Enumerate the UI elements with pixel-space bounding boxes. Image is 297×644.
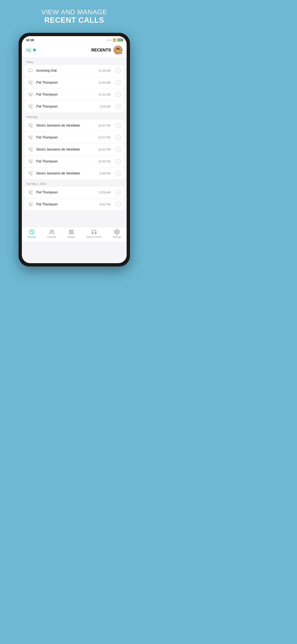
info-button[interactable]: i <box>115 123 121 128</box>
svg-point-20 <box>73 233 73 234</box>
svg-point-11 <box>50 230 52 232</box>
tab-label-2: Keypad <box>67 236 75 238</box>
call-item[interactable]: incoming chat11:45 AMi <box>24 65 124 76</box>
call-time: 9:31 PM <box>100 203 111 206</box>
call-item[interactable]: Simon Janssens de Varebeke9:48 PMi <box>24 168 124 179</box>
tab-label-4: Settings <box>113 236 121 238</box>
call-time: 10:30 PM <box>98 160 111 163</box>
info-button[interactable]: i <box>115 202 121 207</box>
hero-line1: VIEW AND MANAGE <box>41 8 107 16</box>
call-item[interactable]: Pat Thompson11:42 AMi <box>24 89 124 100</box>
chat-icon <box>28 68 33 74</box>
call-time: 11:59 AM <box>98 191 111 194</box>
info-button[interactable]: i <box>115 68 121 73</box>
svg-line-0 <box>31 81 32 82</box>
wifi-icon: 📶 <box>113 38 116 42</box>
call-item[interactable]: Pat Thompson11:43 AMi <box>24 77 124 88</box>
tab-quick-connect[interactable]: Quick Connect <box>87 229 101 238</box>
header-right: RECENTS 👨 <box>91 46 122 54</box>
info-button[interactable]: i <box>115 104 121 109</box>
outgoing-call-icon <box>28 170 33 176</box>
incoming-call-icon <box>28 202 33 207</box>
call-time: 9:48 PM <box>100 172 111 175</box>
call-item[interactable]: Simon Janssens de Varebeke10:37 PMi <box>24 120 124 131</box>
svg-point-19 <box>71 233 72 234</box>
app-header: nc RECENTS 👨 <box>22 43 127 58</box>
svg-line-4 <box>31 136 32 137</box>
avatar-wrap[interactable]: 👨 <box>113 46 122 54</box>
info-button[interactable]: i <box>115 92 121 97</box>
call-item[interactable]: Pat Thompson9:29 AMi <box>24 101 124 112</box>
svg-point-13 <box>71 230 72 231</box>
outgoing-call-icon <box>28 104 33 110</box>
tab-contacts[interactable]: Contacts <box>47 229 56 238</box>
info-button[interactable]: i <box>115 190 121 195</box>
tab-icon-1 <box>49 229 55 235</box>
phone-screen: 12:18 📶 ⚡ nc RECENTS <box>22 36 127 263</box>
call-contact-name: Simon Janssens de Varebeke <box>36 172 97 175</box>
tab-icon-3 <box>91 229 97 235</box>
tab-keypad[interactable]: Keypad <box>67 229 75 238</box>
call-time: 9:29 AM <box>100 105 111 108</box>
call-item[interactable]: Simon Janssens de Varebeke10:31 PMi <box>24 144 124 155</box>
call-item[interactable]: Pat Thompson10:37 PMi <box>24 132 124 143</box>
call-item[interactable]: Pat Thompson11:59 AMi <box>24 186 124 198</box>
call-contact-name: Simon Janssens de Varebeke <box>36 124 95 127</box>
outgoing-call-icon <box>28 190 33 195</box>
incoming-call-icon <box>28 158 33 164</box>
section-header-1: Yesterday <box>22 112 127 120</box>
status-time: 12:18 <box>26 38 34 42</box>
tab-label-1: Contacts <box>47 236 56 238</box>
logo-mc: nc <box>26 47 31 53</box>
svg-point-15 <box>69 232 70 232</box>
call-time: 11:45 AM <box>98 69 111 72</box>
svg-point-18 <box>69 233 70 234</box>
outgoing-call-icon <box>28 122 33 128</box>
tab-icon-0 <box>29 229 35 235</box>
online-dot <box>33 48 36 52</box>
recents-title: RECENTS <box>91 48 111 52</box>
avatar-badge <box>120 52 122 54</box>
call-item[interactable]: Pat Thompson9:31 PMi <box>24 198 124 210</box>
svg-line-6 <box>31 160 32 161</box>
call-contact-name: Pat Thompson <box>36 93 95 96</box>
svg-line-1 <box>31 93 32 94</box>
outgoing-call-icon <box>28 146 33 152</box>
call-time: 10:37 PM <box>98 124 111 127</box>
call-contact-name: Pat Thompson <box>36 136 95 139</box>
call-list: Today incoming chat11:45 AMi Pat Thompso… <box>22 58 127 227</box>
info-button[interactable]: i <box>115 147 121 152</box>
tab-recents[interactable]: Recents <box>28 229 36 238</box>
svg-line-5 <box>31 148 32 149</box>
call-contact-name: Pat Thompson <box>36 81 95 84</box>
tab-label-3: Quick Connect <box>87 236 101 238</box>
svg-point-16 <box>71 232 72 232</box>
status-icons: 📶 ⚡ <box>106 38 122 42</box>
info-button[interactable]: i <box>115 171 121 176</box>
tab-bar: RecentsContactsKeypadQuick ConnectSettin… <box>22 227 127 242</box>
tab-icon-4 <box>114 229 120 235</box>
phone-frame: 12:18 📶 ⚡ nc RECENTS <box>18 33 130 266</box>
call-time: 11:43 AM <box>98 81 111 84</box>
svg-line-9 <box>31 203 32 204</box>
svg-line-3 <box>31 124 32 125</box>
tab-label-0: Recents <box>28 236 36 238</box>
outgoing-call-icon <box>28 92 33 98</box>
info-button[interactable]: i <box>115 80 121 85</box>
status-bar: 12:18 📶 ⚡ <box>22 36 127 43</box>
hero-line2: RECENT CALLS <box>41 16 107 24</box>
svg-point-14 <box>73 230 73 231</box>
call-contact-name: Simon Janssens de Varebeke <box>36 148 95 151</box>
call-item[interactable]: Pat Thompson10:30 PMi <box>24 156 124 167</box>
call-contact-name: Pat Thompson <box>36 190 95 194</box>
call-time: 10:31 PM <box>98 148 111 151</box>
logo-area: nc <box>26 47 36 53</box>
tab-settings[interactable]: Settings <box>113 229 121 238</box>
call-contact-name: Pat Thompson <box>36 160 95 163</box>
info-button[interactable]: i <box>115 135 121 140</box>
info-button[interactable]: i <box>115 159 121 164</box>
battery-icon: ⚡ <box>118 38 122 41</box>
call-contact-name: incoming chat <box>36 69 95 72</box>
incoming-call-icon <box>28 80 33 86</box>
tab-icon-2 <box>68 229 74 235</box>
